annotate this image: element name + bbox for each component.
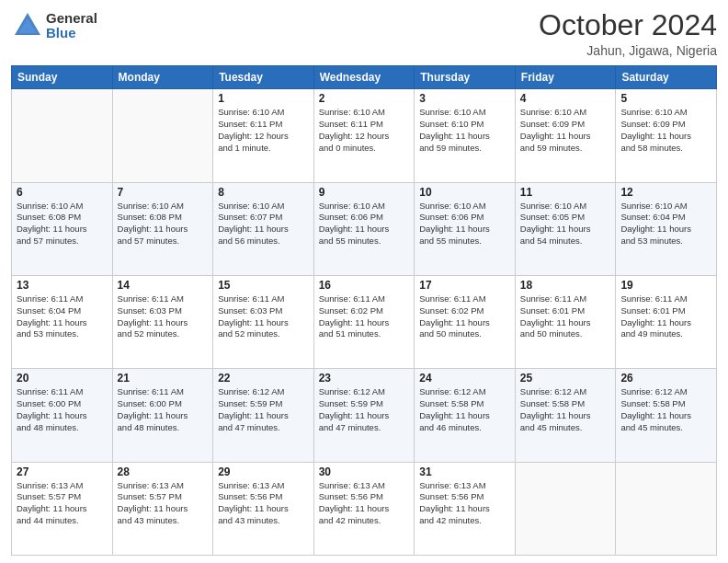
day-number: 23 [319,372,410,385]
logo: General Blue [11,9,97,42]
table-row: 10Sunrise: 6:10 AMSunset: 6:06 PMDayligh… [415,182,516,275]
day-number: 15 [218,279,309,292]
day-info: Sunrise: 6:10 AMSunset: 6:11 PMDaylight:… [319,107,410,154]
logo-text: General Blue [46,11,97,41]
table-row: 24Sunrise: 6:12 AMSunset: 5:58 PMDayligh… [415,369,516,462]
logo-blue: Blue [46,26,97,41]
day-number: 30 [319,465,410,478]
day-info: Sunrise: 6:12 AMSunset: 5:58 PMDaylight:… [520,386,611,433]
table-row: 5Sunrise: 6:10 AMSunset: 6:09 PMDaylight… [616,89,717,182]
table-row: 8Sunrise: 6:10 AMSunset: 6:07 PMDaylight… [213,182,314,275]
day-number: 2 [319,92,410,105]
day-info: Sunrise: 6:13 AMSunset: 5:56 PMDaylight:… [419,480,510,527]
day-info: Sunrise: 6:12 AMSunset: 5:58 PMDaylight:… [620,386,711,433]
day-info: Sunrise: 6:10 AMSunset: 6:07 PMDaylight:… [218,201,309,247]
table-row: 23Sunrise: 6:12 AMSunset: 5:59 PMDayligh… [313,369,415,462]
day-number: 22 [218,372,309,385]
day-number: 29 [218,465,309,478]
table-row: 26Sunrise: 6:12 AMSunset: 5:58 PMDayligh… [616,369,717,462]
day-info: Sunrise: 6:13 AMSunset: 5:57 PMDaylight:… [17,480,108,527]
table-row: 29Sunrise: 6:13 AMSunset: 5:56 PMDayligh… [213,462,314,555]
day-number: 26 [620,372,711,385]
table-row: 4Sunrise: 6:10 AMSunset: 6:09 PMDaylight… [515,89,616,182]
col-monday: Monday [112,66,213,89]
day-info: Sunrise: 6:10 AMSunset: 6:08 PMDaylight:… [118,201,209,247]
table-row: 20Sunrise: 6:11 AMSunset: 6:00 PMDayligh… [12,369,113,462]
day-number: 20 [17,372,108,385]
day-info: Sunrise: 6:11 AMSunset: 6:03 PMDaylight:… [218,293,309,340]
day-number: 21 [118,372,209,385]
day-info: Sunrise: 6:13 AMSunset: 5:56 PMDaylight:… [218,480,309,527]
day-info: Sunrise: 6:10 AMSunset: 6:05 PMDaylight:… [520,201,611,247]
calendar-table: Sunday Monday Tuesday Wednesday Thursday… [11,65,717,556]
day-info: Sunrise: 6:12 AMSunset: 5:59 PMDaylight:… [319,386,410,433]
day-number: 13 [17,279,108,292]
table-row: 15Sunrise: 6:11 AMSunset: 6:03 PMDayligh… [213,275,314,368]
table-row: 31Sunrise: 6:13 AMSunset: 5:56 PMDayligh… [415,462,516,555]
day-info: Sunrise: 6:11 AMSunset: 6:02 PMDaylight:… [319,293,410,340]
day-number: 24 [419,372,510,385]
title-block: October 2024 Jahun, Jigawa, Nigeria [539,9,717,58]
day-info: Sunrise: 6:11 AMSunset: 6:00 PMDaylight:… [118,386,209,433]
day-number: 10 [419,186,510,199]
col-sunday: Sunday [12,66,113,89]
table-row: 7Sunrise: 6:10 AMSunset: 6:08 PMDaylight… [112,182,213,275]
table-row: 28Sunrise: 6:13 AMSunset: 5:57 PMDayligh… [112,462,213,555]
location: Jahun, Jigawa, Nigeria [539,43,717,58]
day-number: 7 [118,186,209,199]
table-row [112,89,213,182]
page: General Blue October 2024 Jahun, Jigawa,… [0,0,728,563]
day-info: Sunrise: 6:11 AMSunset: 6:04 PMDaylight:… [17,293,108,340]
calendar-week-2: 6Sunrise: 6:10 AMSunset: 6:08 PMDaylight… [12,182,717,275]
day-info: Sunrise: 6:10 AMSunset: 6:06 PMDaylight:… [319,201,410,247]
table-row: 25Sunrise: 6:12 AMSunset: 5:58 PMDayligh… [515,369,616,462]
table-row: 9Sunrise: 6:10 AMSunset: 6:06 PMDaylight… [313,182,415,275]
table-row: 3Sunrise: 6:10 AMSunset: 6:10 PMDaylight… [415,89,516,182]
table-row: 27Sunrise: 6:13 AMSunset: 5:57 PMDayligh… [12,462,113,555]
day-number: 28 [118,465,209,478]
day-info: Sunrise: 6:10 AMSunset: 6:06 PMDaylight:… [419,201,510,247]
table-row: 18Sunrise: 6:11 AMSunset: 6:01 PMDayligh… [515,275,616,368]
day-info: Sunrise: 6:10 AMSunset: 6:11 PMDaylight:… [218,107,309,154]
day-number: 3 [419,92,510,105]
day-number: 5 [620,92,711,105]
day-number: 11 [520,186,611,199]
day-number: 27 [17,465,108,478]
calendar-week-3: 13Sunrise: 6:11 AMSunset: 6:04 PMDayligh… [12,275,717,368]
day-info: Sunrise: 6:11 AMSunset: 6:02 PMDaylight:… [419,293,510,340]
table-row: 11Sunrise: 6:10 AMSunset: 6:05 PMDayligh… [515,182,616,275]
table-row: 6Sunrise: 6:10 AMSunset: 6:08 PMDaylight… [12,182,113,275]
col-thursday: Thursday [415,66,516,89]
calendar-week-4: 20Sunrise: 6:11 AMSunset: 6:00 PMDayligh… [12,369,717,462]
day-info: Sunrise: 6:13 AMSunset: 5:57 PMDaylight:… [118,480,209,527]
day-number: 4 [520,92,611,105]
col-tuesday: Tuesday [213,66,314,89]
header: General Blue October 2024 Jahun, Jigawa,… [11,9,717,58]
day-number: 25 [520,372,611,385]
day-number: 19 [620,279,711,292]
table-row [616,462,717,555]
day-number: 16 [319,279,410,292]
logo-icon [11,9,44,42]
table-row: 21Sunrise: 6:11 AMSunset: 6:00 PMDayligh… [112,369,213,462]
day-info: Sunrise: 6:11 AMSunset: 6:00 PMDaylight:… [17,386,108,433]
day-info: Sunrise: 6:12 AMSunset: 5:58 PMDaylight:… [419,386,510,433]
day-info: Sunrise: 6:10 AMSunset: 6:09 PMDaylight:… [620,107,711,154]
day-number: 8 [218,186,309,199]
day-info: Sunrise: 6:12 AMSunset: 5:59 PMDaylight:… [218,386,309,433]
table-row: 13Sunrise: 6:11 AMSunset: 6:04 PMDayligh… [12,275,113,368]
table-row: 17Sunrise: 6:11 AMSunset: 6:02 PMDayligh… [415,275,516,368]
table-row: 14Sunrise: 6:11 AMSunset: 6:03 PMDayligh… [112,275,213,368]
col-friday: Friday [515,66,616,89]
header-row: Sunday Monday Tuesday Wednesday Thursday… [12,66,717,89]
day-number: 9 [319,186,410,199]
table-row: 30Sunrise: 6:13 AMSunset: 5:56 PMDayligh… [313,462,415,555]
logo-general: General [46,11,97,27]
day-number: 12 [620,186,711,199]
table-row: 12Sunrise: 6:10 AMSunset: 6:04 PMDayligh… [616,182,717,275]
col-wednesday: Wednesday [313,66,415,89]
day-info: Sunrise: 6:13 AMSunset: 5:56 PMDaylight:… [319,480,410,527]
day-number: 14 [118,279,209,292]
day-info: Sunrise: 6:10 AMSunset: 6:09 PMDaylight:… [520,107,611,154]
day-info: Sunrise: 6:10 AMSunset: 6:04 PMDaylight:… [620,201,711,247]
